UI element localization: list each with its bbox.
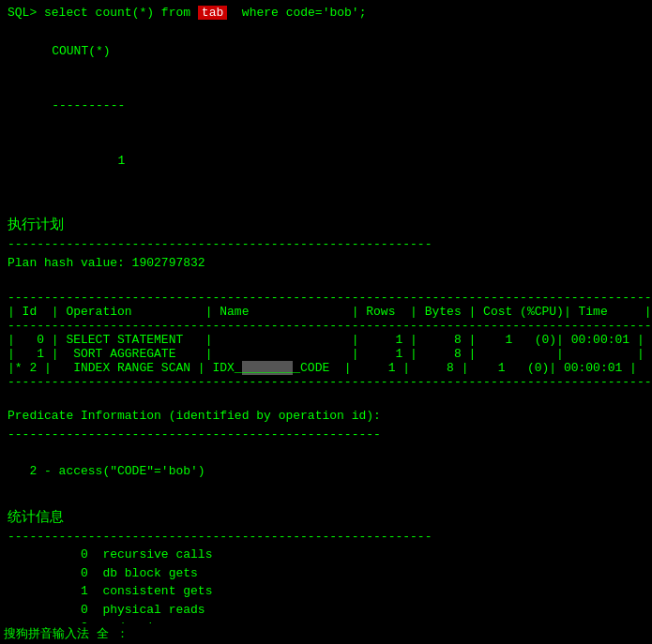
stats-row-3: 0 physical reads <box>8 601 644 620</box>
terminal-content: SQL> select count(*) from tab where code… <box>8 6 644 644</box>
stats-label: 统计信息 <box>8 508 644 526</box>
result-header: COUNT(*) <box>8 23 644 79</box>
stats-row-2: 1 consistent gets <box>8 582 644 601</box>
plan-hash: Plan hash value: 1902797832 <box>8 254 644 273</box>
query-before-tab: select count(*) from <box>44 6 198 20</box>
ime-bar: 搜狗拼音输入法 全 ： <box>0 623 652 644</box>
result-divider: ---------- <box>8 79 644 134</box>
table-header: | Id | Operation | Name | Rows | Bytes |… <box>8 305 644 319</box>
table-border-top: ----------------------------------------… <box>8 291 644 305</box>
stats-row-0: 0 recursive calls <box>8 546 644 564</box>
blank-line-1 <box>8 188 644 207</box>
blank-line-3 <box>8 389 644 408</box>
table-row-1: | 1 | SORT AGGREGATE | | 1 | 8 | | | <box>8 347 644 361</box>
table-row-2: |* 2 | INDEX RANGE SCAN | IDX_________CO… <box>8 361 644 375</box>
table-sep1: ----------------------------------------… <box>8 319 644 333</box>
stats-row-1: 0 db block gets <box>8 564 644 583</box>
predicate-divider: ----------------------------------------… <box>8 426 644 444</box>
plan-divider: ----------------------------------------… <box>8 235 644 254</box>
tab-keyword: tab <box>198 6 227 20</box>
blank-line-5 <box>8 480 644 499</box>
stats-divider: ----------------------------------------… <box>8 528 644 547</box>
table-border-bottom: ----------------------------------------… <box>8 375 644 389</box>
result-value: 1 <box>8 133 644 188</box>
prompt-text: SQL> <box>8 6 44 20</box>
table-row-0: | 0 | SELECT STATEMENT | | 1 | 8 | 1 (0)… <box>8 333 644 347</box>
blank-line-2 <box>8 272 644 291</box>
sql-prompt-line: SQL> select count(*) from tab where code… <box>8 6 644 20</box>
predicate-header: Predicate Information (identified by ope… <box>8 407 644 426</box>
query-after-tab: where code='bob'; <box>227 6 366 20</box>
execution-plan-label: 执行计划 <box>8 216 644 233</box>
predicate-detail: 2 - access("CODE"='bob') <box>8 462 644 481</box>
blank-line-4 <box>8 443 644 462</box>
